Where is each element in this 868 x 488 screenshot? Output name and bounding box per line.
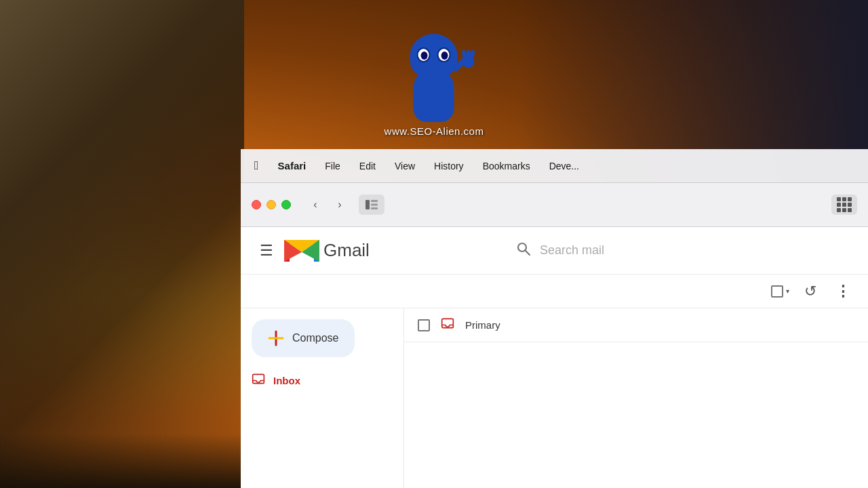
search-icon[interactable]	[515, 241, 532, 261]
inbox-label: Inbox	[273, 375, 300, 386]
alien-pupil-left	[421, 52, 428, 60]
fullscreen-button[interactable]	[281, 200, 291, 209]
grid-icon	[837, 197, 852, 212]
svg-rect-0	[366, 200, 370, 209]
forward-button[interactable]: ›	[329, 195, 351, 214]
menu-safari[interactable]: Safari	[278, 160, 307, 171]
menu-file[interactable]: File	[325, 161, 340, 171]
gmail-header: ☰ Gmail	[241, 227, 868, 274]
grid-dot	[842, 208, 846, 212]
alien-pupil-right	[441, 52, 448, 60]
svg-rect-3	[371, 207, 378, 209]
primary-inbox-icon	[441, 317, 454, 333]
gmail-menu-icon[interactable]: ☰	[254, 237, 279, 265]
gmail-main: Primary	[403, 308, 868, 488]
grid-dot	[837, 203, 841, 207]
menu-develop[interactable]: Deve...	[549, 161, 579, 171]
back-button[interactable]: ‹	[304, 195, 326, 214]
grid-dot	[848, 203, 852, 207]
nav-buttons: ‹ ›	[304, 195, 351, 214]
svg-rect-1	[371, 200, 378, 202]
traffic-lights	[252, 200, 291, 209]
svg-point-9	[518, 243, 526, 251]
alien-figure	[393, 34, 475, 122]
close-button[interactable]	[252, 200, 261, 209]
alien-eye-right	[437, 47, 451, 62]
compose-button[interactable]: Compose	[252, 319, 355, 357]
mac-menubar:  Safari File Edit View History Bookmark…	[241, 149, 868, 183]
gmail-m-logo	[284, 237, 319, 264]
svg-line-10	[526, 251, 530, 255]
inbox-icon	[252, 372, 265, 389]
gmail-toolbar: ▾ ↺ ⋮	[241, 274, 868, 308]
alien-hand	[462, 56, 475, 68]
sidebar-toggle-icon	[366, 200, 378, 209]
refresh-icon[interactable]: ↺	[800, 279, 821, 304]
browser-grid-button[interactable]	[831, 195, 857, 215]
more-options-icon[interactable]: ⋮	[831, 279, 854, 304]
primary-label: Primary	[465, 319, 500, 331]
sidebar-item-inbox[interactable]: Inbox	[241, 368, 403, 392]
menu-bookmarks[interactable]: Bookmarks	[483, 161, 530, 171]
checkbox-area: ▾	[771, 285, 789, 298]
alien-eye-left	[417, 47, 431, 62]
gmail-content: Compose Inbox	[241, 308, 868, 488]
menu-history[interactable]: History	[434, 161, 464, 171]
browser-toolbar: ‹ ›	[241, 183, 868, 227]
sidebar-toggle-button[interactable]	[359, 195, 384, 215]
menu-view[interactable]: View	[395, 161, 415, 171]
alien-mascot: www.SEO-Alien.com	[384, 34, 484, 137]
gmail-logo: Gmail	[284, 237, 370, 264]
svg-rect-2	[371, 204, 378, 206]
apple-menu[interactable]: 	[254, 159, 259, 173]
gmail-wordmark: Gmail	[323, 240, 370, 261]
watermark-url: www.SEO-Alien.com	[384, 125, 484, 137]
grid-dot	[842, 203, 846, 207]
gmail-sidebar: Compose Inbox	[241, 308, 403, 488]
gmail-search-area: Search mail	[515, 241, 854, 261]
minimize-button[interactable]	[267, 200, 276, 209]
grid-dot	[837, 197, 841, 201]
primary-row: Primary	[404, 308, 868, 342]
grid-dot	[848, 197, 852, 201]
alien-body	[414, 68, 454, 122]
select-dropdown-arrow[interactable]: ▾	[786, 287, 789, 295]
grid-dot	[848, 208, 852, 212]
primary-checkbox[interactable]	[418, 319, 430, 331]
select-all-checkbox[interactable]	[771, 285, 783, 298]
alien-finger-3	[470, 49, 476, 58]
search-placeholder[interactable]: Search mail	[540, 243, 604, 258]
grid-dot	[837, 208, 841, 212]
gmail-page: ☰ Gmail	[241, 227, 868, 488]
compose-plus-icon	[268, 330, 284, 346]
compose-label: Compose	[292, 332, 338, 344]
grid-dot	[842, 197, 846, 201]
menu-edit[interactable]: Edit	[359, 161, 376, 171]
laptop-frame-left	[0, 0, 244, 488]
